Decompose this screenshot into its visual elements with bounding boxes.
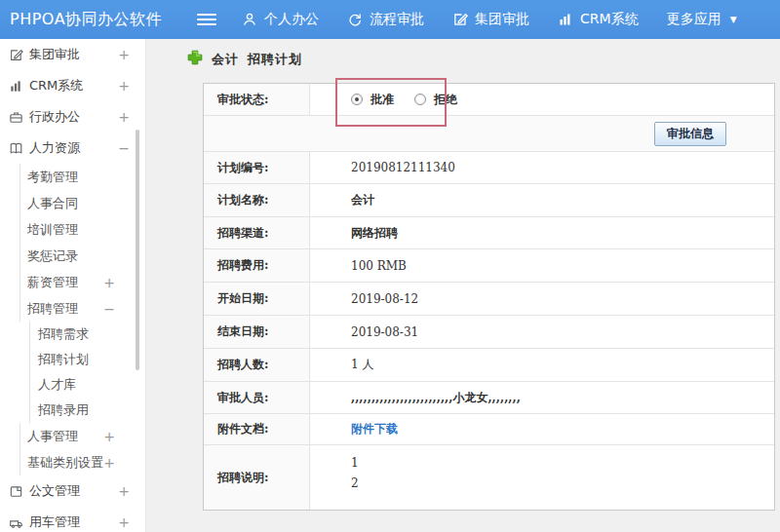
app-logo: PHPOA协同办公软件 [10,10,162,30]
row-approval-action: 审批信息 [204,116,774,152]
sidebar-item-recruit-hiring[interactable]: 招聘录用 [29,398,145,423]
sidebar-scrollbar-thumb[interactable] [136,130,139,370]
field-label: 招聘说明: [204,445,310,510]
radio-reject[interactable] [414,94,426,105]
field-value: 20190812111340 [310,152,774,183]
nav-item-group-approval[interactable]: 集团审批 [452,11,529,28]
book-icon [9,141,23,156]
sidebar-item-training-mgmt[interactable]: 培训管理 [20,216,145,243]
field-label: 招聘人数: [204,349,310,381]
row-headcount: 招聘人数: 1 人 [204,349,774,382]
collapse-minus-icon[interactable]: − [118,140,130,156]
recruit-plan-detail-table: 审批状态: 批准 拒绝 审批信息 计划编号: 20190812111340 计划… [203,83,775,511]
sidebar-item-recruit-mgmt[interactable]: 招聘管理− [20,295,145,322]
field-label: 开始日期: [204,283,310,315]
expand-plus-icon[interactable]: + [118,514,130,530]
flow-icon [347,12,363,27]
page-title-primary: 会计 [212,51,239,68]
radio-reject-label[interactable]: 拒绝 [434,92,457,108]
collapse-minus-icon[interactable]: − [103,301,115,317]
field-label: 招聘渠道: [204,217,310,248]
person-icon [242,12,257,27]
row-plan-name: 计划名称: 会计 [204,184,774,217]
approval-status-options: 批准 拒绝 [310,84,774,115]
row-approval-status: 审批状态: 批准 拒绝 [204,84,774,116]
edit-square-icon [9,48,23,62]
description-text: 1 2 [310,445,774,510]
add-plus-icon [187,50,203,69]
bar-chart-icon [9,79,23,94]
row-recruit-description: 招聘说明: 1 2 [204,445,774,510]
expand-plus-icon[interactable]: + [103,455,115,471]
row-attachment: 附件文档: 附件下载 [204,414,774,445]
page-title-secondary: 招聘计划 [248,51,302,68]
field-value: 2019-08-12 [310,283,774,315]
briefcase-icon [9,110,23,125]
document-icon [9,484,23,499]
radio-approve[interactable] [351,94,363,105]
nav-item-workflow-approval[interactable]: 流程审批 [347,11,424,28]
sidebar-item-human-resources[interactable]: 人力资源 − [0,133,145,164]
field-label: 审批状态: [204,84,310,115]
expand-plus-icon[interactable]: + [103,429,115,444]
nav-item-label: 流程审批 [370,11,424,28]
sidebar-item-vehicle-mgmt[interactable]: 用车管理 + [0,507,145,532]
row-plan-number: 计划编号: 20190812111340 [204,152,774,184]
sidebar-item-hr-contracts[interactable]: 人事合同 [20,190,145,216]
sidebar: 集团审批 + CRM系统 + 行政办公 + 人 [0,39,146,532]
sidebar-item-attendance-mgmt[interactable]: 考勤管理 [20,164,145,190]
sidebar-item-admin-office[interactable]: 行政办公 + [0,101,145,133]
nav-item-more-apps[interactable]: 更多应用 ▼ [667,11,737,28]
bar-chart-icon [558,12,573,27]
app-window: PHPOA协同办公软件 个人办公 流程审批 [0,0,780,532]
field-label: 附件文档: [204,414,310,444]
row-recruit-cost: 招聘费用: 100 RMB [204,249,774,283]
field-label: 计划编号: [204,152,310,183]
topbar: PHPOA协同办公软件 个人办公 流程审批 [0,0,780,39]
field-value: 网络招聘 [310,217,774,248]
expand-plus-icon[interactable]: + [118,483,130,499]
nav-item-crm-system[interactable]: CRM系统 [558,11,639,28]
topbar-nav: 个人办公 流程审批 集团审批 [242,11,765,28]
attachment-download-link[interactable]: 附件下载 [351,421,398,437]
expand-plus-icon[interactable]: + [118,47,130,62]
sidebar-item-talent-pool[interactable]: 人才库 [29,372,145,398]
caret-down-icon: ▼ [730,15,737,24]
field-label: 结束日期: [204,316,310,348]
field-label: 审批人员: [204,382,310,413]
expand-plus-icon[interactable]: + [118,78,130,94]
radio-approve-label[interactable]: 批准 [370,92,394,108]
field-value: ,,,,,,,,,,,,,,,,,,,,,,,,,小龙女,,,,,,,, [310,382,774,413]
nav-item-label: CRM系统 [580,11,639,28]
menu-icon[interactable] [197,14,216,25]
car-icon [9,515,23,530]
sidebar-item-crm-system[interactable]: CRM系统 + [0,70,145,101]
field-label: 计划名称: [204,184,310,216]
nav-item-label: 更多应用 [667,11,722,28]
expand-plus-icon[interactable]: + [103,275,115,290]
main-content: 会计 招聘计划 审批状态: 批准 拒绝 审批信息 计划编号: 201908121… [146,39,780,532]
sidebar-item-group-approval[interactable]: 集团审批 + [0,39,145,70]
expand-plus-icon[interactable]: + [118,109,130,125]
nav-item-label: 个人办公 [264,11,319,28]
row-start-date: 开始日期: 2019-08-12 [204,283,774,316]
sidebar-item-recruit-plan[interactable]: 招聘计划 [29,347,145,372]
sidebar-item-official-docs[interactable]: 公文管理 + [0,475,145,507]
sidebar-item-reward-punishment[interactable]: 奖惩记录 [20,243,145,269]
field-value: 1 人 [310,349,774,381]
sidebar-item-salary-mgmt[interactable]: 薪资管理+ [20,269,145,295]
row-end-date: 结束日期: 2019-08-31 [204,316,774,349]
sidebar-item-recruit-demand[interactable]: 招聘需求 [29,322,145,347]
field-label: 招聘费用: [204,249,310,282]
sidebar-item-personnel-mgmt[interactable]: 人事管理+ [20,423,145,449]
row-approvers: 审批人员: ,,,,,,,,,,,,,,,,,,,,,,,,,小龙女,,,,,,… [204,382,774,414]
approval-info-button[interactable]: 审批信息 [654,122,726,146]
sidebar-item-base-category-settings[interactable]: 基础类别设置+ [20,449,145,475]
nav-item-personal-office[interactable]: 个人办公 [242,11,319,28]
nav-item-label: 集团审批 [475,11,529,28]
field-value: 会计 [310,184,774,216]
row-recruit-channel: 招聘渠道: 网络招聘 [204,217,774,249]
page-title: 会计 招聘计划 [187,50,302,69]
edit-square-icon [452,12,468,27]
field-value: 2019-08-31 [310,316,774,348]
